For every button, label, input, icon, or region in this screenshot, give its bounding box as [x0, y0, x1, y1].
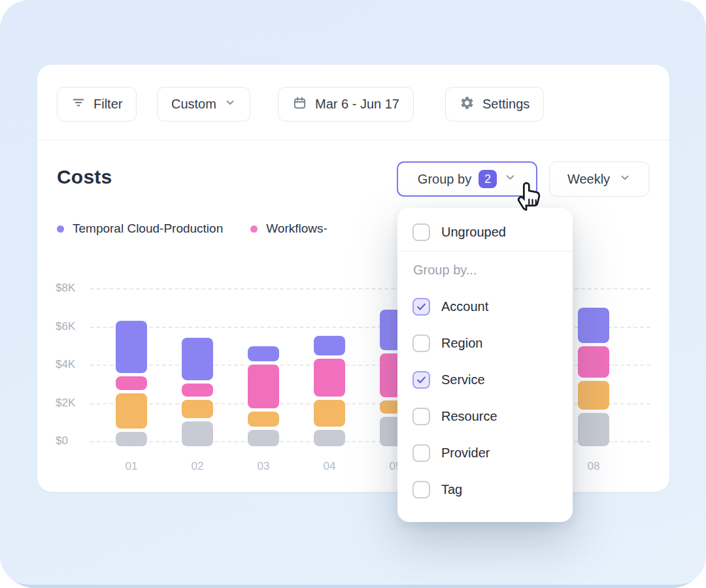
legend-dot-icon [250, 225, 258, 233]
y-axis-tick-label: $0 [56, 434, 86, 448]
bar-segment-orange[interactable] [578, 381, 609, 410]
filter-icon [71, 95, 86, 113]
dropdown-item-region[interactable]: Region [397, 325, 573, 361]
checkbox-region[interactable] [412, 335, 430, 352]
settings-button[interactable]: Settings [445, 87, 544, 122]
dropdown-item-provider[interactable]: Provider [397, 434, 573, 471]
dropdown-item-label: Resource [441, 409, 497, 424]
x-axis-tick-label: 02 [182, 460, 213, 473]
bar-segment-pink[interactable] [248, 365, 279, 408]
screen: Filter Custom Mar 6 - Jun 17 [0, 0, 706, 588]
dropdown-item-resource[interactable]: Resource [397, 398, 573, 434]
gear-icon [460, 95, 475, 114]
bar-segment-purple[interactable] [314, 336, 345, 355]
x-axis-tick-label: 01 [116, 460, 147, 473]
bar-segment-gray[interactable] [116, 432, 147, 446]
custom-label: Custom [171, 97, 216, 112]
stacked-bar-02[interactable] [182, 338, 213, 446]
dropdown-item-label: Account [441, 299, 488, 314]
legend-label: Workflows- [266, 221, 328, 236]
group-by-label: Group by [418, 172, 471, 187]
checkbox-tag[interactable] [412, 481, 430, 498]
dropdown-item-service[interactable]: Service [397, 361, 573, 398]
group-by-count-badge: 2 [479, 170, 497, 188]
filter-button[interactable]: Filter [57, 87, 137, 122]
dashboard-card: Filter Custom Mar 6 - Jun 17 [37, 65, 669, 492]
interval-select[interactable]: Weekly [549, 161, 649, 197]
bar-segment-orange[interactable] [248, 412, 279, 427]
legend-item[interactable]: Temporal Cloud-Production [57, 221, 223, 236]
group-by-dropdown: Ungrouped Group by... AccountRegionServi… [397, 208, 573, 522]
dropdown-item-label: Provider [441, 446, 490, 461]
bar-segment-gray[interactable] [314, 430, 345, 446]
stacked-bar-04[interactable] [314, 336, 345, 446]
page-title: Costs [57, 166, 112, 188]
toolbar: Filter Custom Mar 6 - Jun 17 [37, 65, 669, 140]
dropdown-item-label: Region [441, 336, 482, 351]
dropdown-item-ungrouped[interactable]: Ungrouped [397, 213, 573, 251]
bar-segment-orange[interactable] [314, 400, 345, 427]
x-axis-tick-label: 08 [578, 460, 609, 473]
dropdown-options: AccountRegionServiceResourceProviderTag [397, 288, 573, 508]
x-axis-tick-label: 04 [314, 460, 345, 473]
stacked-bar-08[interactable] [578, 308, 609, 446]
bar-segment-purple[interactable] [248, 346, 279, 361]
bar-segment-pink[interactable] [578, 346, 609, 378]
dropdown-item-label: Service [441, 372, 485, 387]
bar-segment-pink[interactable] [314, 359, 345, 397]
x-axis-tick-label: 03 [248, 460, 279, 473]
interval-label: Weekly [567, 172, 610, 187]
bar-segment-gray[interactable] [182, 421, 213, 446]
dropdown-item-label: Ungrouped [441, 225, 506, 240]
stacked-bar-03[interactable] [248, 346, 279, 446]
hand-cursor-icon [514, 177, 548, 215]
y-axis-tick-label: $2K [56, 397, 86, 410]
bar-segment-orange[interactable] [116, 393, 147, 429]
custom-range-select[interactable]: Custom [157, 87, 250, 122]
date-range-button[interactable]: Mar 6 - Jun 17 [278, 87, 414, 122]
date-range-label: Mar 6 - Jun 17 [315, 97, 399, 112]
legend-label: Temporal Cloud-Production [73, 221, 223, 236]
bar-segment-gray[interactable] [248, 430, 279, 446]
checkbox-ungrouped[interactable] [412, 223, 430, 241]
settings-label: Settings [482, 97, 530, 112]
bar-segment-pink[interactable] [116, 376, 147, 389]
dropdown-item-account[interactable]: Account [397, 288, 573, 325]
dropdown-section-label: Group by... [397, 252, 573, 288]
chevron-down-icon [619, 172, 631, 187]
bar-segment-purple[interactable] [116, 321, 147, 373]
filter-label: Filter [93, 97, 122, 112]
dropdown-item-tag[interactable]: Tag [397, 471, 573, 508]
bar-segment-purple[interactable] [578, 308, 609, 343]
bar-segment-gray[interactable] [578, 413, 609, 446]
checkbox-provider[interactable] [412, 444, 430, 462]
legend: Temporal Cloud-ProductionWorkflows- [57, 221, 328, 236]
y-axis-tick-label: $8K [56, 282, 86, 295]
bar-segment-purple[interactable] [182, 338, 213, 380]
y-axis-tick-label: $6K [56, 320, 86, 333]
stacked-bar-01[interactable] [116, 321, 147, 446]
bar-segment-orange[interactable] [182, 400, 213, 418]
dropdown-item-label: Tag [441, 482, 462, 497]
y-axis-tick-label: $4K [56, 358, 86, 371]
checkbox-service-checked[interactable] [412, 371, 430, 389]
checkbox-resource[interactable] [412, 408, 430, 425]
chevron-down-icon [224, 97, 236, 112]
legend-dot-icon [57, 225, 64, 233]
checkbox-account-checked[interactable] [412, 298, 430, 316]
bar-segment-pink[interactable] [182, 384, 213, 397]
calendar-icon [292, 95, 307, 114]
legend-item[interactable]: Workflows- [250, 221, 328, 236]
